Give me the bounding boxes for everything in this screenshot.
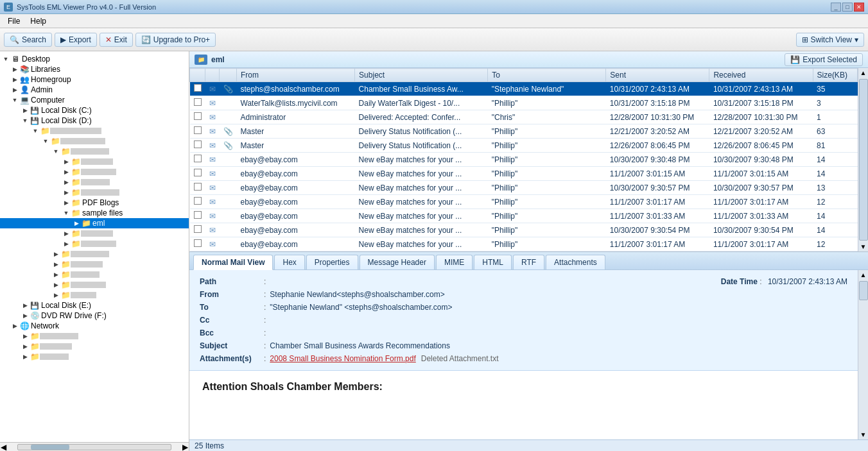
file-tree-content[interactable]: ▼ 🖥 Desktop ▶ 📚 Libraries ▶ 👥 Homegroup … — [0, 51, 189, 442]
tree-item-folder9[interactable]: ▶ 📁 — [0, 239, 189, 249]
col-sent[interactable]: Sent — [606, 69, 709, 82]
row-checkbox[interactable] — [194, 155, 202, 162]
minimize-button[interactable]: _ — [831, 3, 841, 12]
preview-vscroll-thumb[interactable] — [859, 281, 868, 300]
col-received[interactable]: Received — [709, 69, 813, 82]
tree-item-folder7[interactable]: ▶ 📁 — [0, 187, 189, 198]
email-row[interactable]: ✉ 📎 Master Delivery Status Notification … — [190, 124, 858, 139]
expand-icon[interactable]: ▶ — [51, 260, 60, 269]
tree-item-admin[interactable]: ▶ 👤 Admin — [0, 85, 189, 95]
email-row[interactable]: ✉ ebay@ebay.com New eBay matches for you… — [190, 195, 858, 209]
attachment2-link[interactable]: Deleted Attachment.txt — [421, 354, 499, 363]
expand-icon[interactable]: ▶ — [21, 311, 30, 320]
tree-item-folder11[interactable]: ▶ 📁 — [0, 259, 189, 269]
row-checkbox[interactable] — [194, 211, 202, 219]
row-checkbox[interactable] — [194, 84, 202, 92]
tree-item-folder6[interactable]: ▶ 📁 — [0, 177, 189, 187]
export-button[interactable]: ▶ Export — [55, 33, 97, 47]
email-table-scroll[interactable]: From Subject To Sent Received Size(KB) ✉… — [189, 68, 858, 251]
email-row[interactable]: ✉ 📎 Master Delivery Status Notification … — [190, 139, 858, 153]
tab-attachments[interactable]: Attachments — [546, 255, 605, 269]
tab-mime[interactable]: MIME — [436, 255, 473, 269]
tab-normal-mail-view[interactable]: Normal Mail View — [193, 255, 273, 270]
tree-item-pdfblogs[interactable]: ▶ 📁 PDF Blogs — [0, 198, 189, 208]
tree-item-folder2[interactable]: ▼ 📁 — [0, 136, 189, 146]
row-checkbox[interactable] — [194, 183, 202, 191]
search-button[interactable]: 🔍 Search — [4, 33, 52, 47]
tab-html[interactable]: HTML — [474, 255, 512, 269]
vscroll-thumb[interactable] — [859, 79, 868, 241]
window-buttons[interactable]: _ □ ✕ — [831, 3, 864, 12]
expand-icon[interactable]: ▶ — [62, 178, 71, 187]
row-checkbox[interactable] — [194, 197, 202, 205]
expand-icon[interactable]: ▼ — [51, 147, 60, 156]
tab-rtf[interactable]: RTF — [513, 255, 544, 269]
expand-icon[interactable]: ▶ — [62, 157, 71, 166]
row-checkbox[interactable] — [194, 239, 202, 247]
email-row[interactable]: ✉ ebay@ebay.com New eBay matches for you… — [190, 223, 858, 237]
expand-icon[interactable]: ▶ — [51, 250, 60, 259]
row-checkbox[interactable] — [194, 225, 202, 233]
email-row[interactable]: ✉ 📎 stephs@shoalschamber.com Chamber Sma… — [190, 82, 858, 96]
export-selected-button[interactable]: 💾 Export Selected — [785, 53, 863, 66]
expand-icon[interactable]: ▶ — [51, 291, 60, 300]
expand-icon[interactable]: ▼ — [10, 96, 19, 105]
expand-icon[interactable]: ▶ — [21, 301, 30, 310]
tree-scroll-track[interactable] — [17, 444, 171, 450]
menu-file[interactable]: File — [3, 15, 25, 27]
col-from[interactable]: From — [237, 69, 355, 82]
tree-item-folder10[interactable]: ▶ 📁 — [0, 249, 189, 259]
expand-icon[interactable]: ▶ — [51, 270, 60, 279]
expand-icon[interactable]: ▶ — [10, 75, 19, 84]
tree-item-locale[interactable]: ▶ 💾 Local Disk (E:) — [0, 300, 189, 311]
row-checkbox[interactable] — [194, 98, 202, 106]
tree-item-folder16[interactable]: ▶ 📁 — [0, 341, 189, 352]
expand-icon[interactable]: ▶ — [62, 229, 71, 238]
tree-item-folder13[interactable]: ▶ 📁 — [0, 280, 189, 290]
tree-scroll-thumb[interactable] — [31, 445, 69, 450]
tree-item-network[interactable]: ▶ 🌐 Network — [0, 321, 189, 331]
maximize-button[interactable]: □ — [842, 3, 853, 12]
expand-icon[interactable]: ▼ — [21, 116, 30, 125]
tab-message-header[interactable]: Message Header — [360, 255, 435, 269]
tree-item-localc[interactable]: ▶ 💾 Local Disk (C:) — [0, 105, 189, 115]
attachment1-link[interactable]: 2008 Small Business Nomination Form.pdf — [270, 354, 415, 363]
tree-item-dvd[interactable]: ▶ 💿 DVD RW Drive (F:) — [0, 311, 189, 321]
expand-icon[interactable]: ▶ — [21, 332, 30, 341]
tree-item-libraries[interactable]: ▶ 📚 Libraries — [0, 64, 189, 74]
expand-icon[interactable]: ▶ — [10, 85, 19, 94]
tree-item-homegroup[interactable]: ▶ 👥 Homegroup — [0, 74, 189, 85]
tab-properties[interactable]: Properties — [306, 255, 358, 269]
tree-item-folder12[interactable]: ▶ 📁 — [0, 269, 189, 280]
email-row[interactable]: ✉ ebay@ebay.com New eBay matches for you… — [190, 167, 858, 181]
tree-item-eml[interactable]: ▶ 📁 eml — [0, 218, 189, 228]
expand-icon[interactable]: ▶ — [21, 352, 30, 361]
email-table-wrap[interactable]: From Subject To Sent Received Size(KB) ✉… — [189, 68, 868, 252]
tree-item-folder1[interactable]: ▼ 📁 — [0, 126, 189, 136]
email-list-vscrollbar[interactable]: ▲ ▼ — [858, 68, 868, 251]
expand-icon[interactable]: ▶ — [62, 239, 71, 248]
tree-item-folder4[interactable]: ▶ 📁 — [0, 157, 189, 167]
expand-icon[interactable]: ▼ — [41, 137, 50, 146]
col-subject[interactable]: Subject — [355, 69, 488, 82]
tree-item-folder8[interactable]: ▶ 📁 — [0, 228, 189, 239]
preview-vscrollbar[interactable]: ▲ ▼ — [858, 270, 868, 439]
expand-icon[interactable]: ▶ — [62, 167, 71, 176]
email-row[interactable]: ✉ ebay@ebay.com New eBay matches for you… — [190, 237, 858, 251]
expand-icon[interactable]: ▼ — [31, 126, 40, 135]
tree-item-folder17[interactable]: ▶ 📁 — [0, 352, 189, 362]
email-row[interactable]: ✉ WaterTalk@lists.mycivil.com Daily Wate… — [190, 96, 858, 110]
expand-icon[interactable]: ▶ — [21, 106, 30, 115]
exit-button[interactable]: ✕ Exit — [100, 33, 133, 47]
tree-item-folder3[interactable]: ▼ 📁 — [0, 146, 189, 157]
tree-item-samplefiles[interactable]: ▼ 📁 sample files — [0, 208, 189, 218]
expand-icon[interactable]: ▼ — [62, 208, 71, 217]
tree-hscrollbar[interactable]: ◀ ▶ — [0, 442, 189, 451]
expand-icon[interactable]: ▶ — [51, 280, 60, 289]
expand-icon[interactable]: ▶ — [21, 342, 30, 351]
email-row[interactable]: ✉ Administrator Delivered: Accepted: Con… — [190, 110, 858, 124]
email-row[interactable]: ✉ ebay@ebay.com New eBay matches for you… — [190, 209, 858, 223]
row-checkbox[interactable] — [194, 126, 202, 134]
row-checkbox[interactable] — [194, 169, 202, 176]
col-size[interactable]: Size(KB) — [813, 69, 857, 82]
